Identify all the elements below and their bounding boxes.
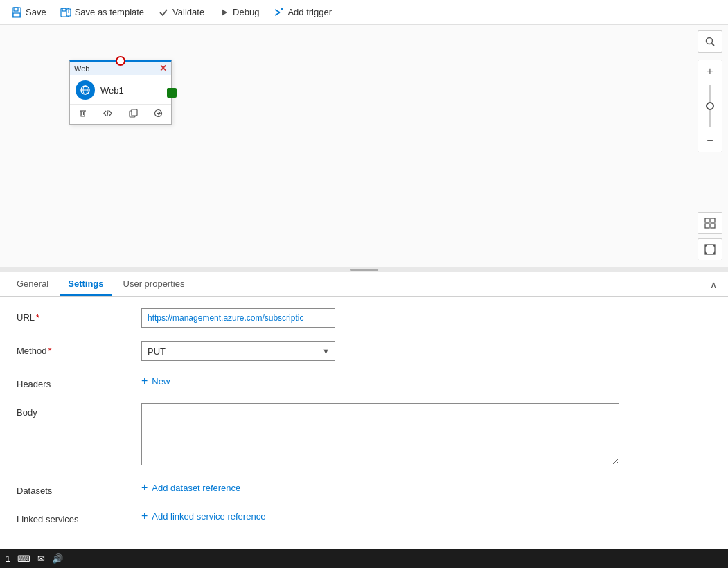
svg-line-11 [275, 12, 280, 15]
body-row: Body [17, 403, 711, 468]
svg-rect-21 [132, 109, 137, 116]
linked-services-plus-icon: + [141, 510, 148, 522]
headers-row: Headers + New [17, 375, 711, 389]
svg-rect-31 [711, 224, 715, 228]
body-label: Body [17, 403, 141, 418]
svg-rect-5 [63, 17, 70, 17]
plus-icon: + [141, 375, 148, 387]
node-connector-right[interactable] [167, 88, 177, 98]
zoom-slider-track[interactable] [709, 85, 711, 127]
zoom-out-button[interactable]: − [698, 130, 722, 152]
fit-button[interactable] [698, 238, 722, 260]
linked-services-field: + Add linked service reference [141, 510, 711, 522]
datasets-label: Datasets [17, 481, 141, 496]
taskbar-item-keyboard[interactable]: ⌨ [17, 553, 30, 564]
svg-rect-32 [705, 245, 715, 254]
node-expand-button[interactable] [151, 107, 166, 121]
datasets-field: + Add dataset reference [141, 481, 711, 494]
svg-rect-4 [62, 8, 66, 11]
node-code-button[interactable] [100, 107, 115, 121]
add-trigger-icon [273, 7, 284, 18]
debug-icon [218, 7, 229, 18]
node-connector-top[interactable] [116, 56, 125, 66]
svg-rect-30 [705, 224, 709, 228]
tab-user-properties[interactable]: User properties [115, 273, 193, 296]
resize-handle-bar [350, 269, 378, 271]
url-field [141, 308, 711, 328]
datasets-row: Datasets + Add dataset reference [17, 481, 711, 496]
node-web1[interactable]: Web ✕ Web1 [69, 60, 172, 125]
svg-line-19 [107, 110, 108, 116]
body-field [141, 403, 711, 468]
toolbar: Save Save as template Validate Debug [0, 0, 728, 25]
method-select-wrap: GET POST PUT DELETE PATCH HEAD OPTIONS ▼ [141, 341, 335, 361]
debug-button[interactable]: Debug [213, 4, 265, 21]
linked-services-label: Linked services [17, 510, 141, 524]
method-row: Method* GET POST PUT DELETE PATCH HEAD O… [17, 341, 711, 361]
node-header-title: Web [74, 64, 89, 73]
taskbar-item-mail[interactable]: ✉ [37, 553, 45, 564]
node-actions [70, 104, 171, 124]
node-copy-button[interactable] [126, 107, 141, 121]
zoom-search-button[interactable] [698, 30, 722, 53]
zoom-slider-thumb[interactable] [706, 102, 714, 110]
tabs-bar: General Settings User properties ∧ [0, 272, 728, 297]
validate-icon [158, 7, 169, 18]
node-close-button[interactable]: ✕ [159, 63, 167, 73]
node-body: Web1 [70, 75, 171, 104]
headers-field: + New [141, 375, 711, 387]
arrange-button[interactable] [698, 212, 722, 234]
node-delete-button[interactable] [76, 107, 90, 121]
zoom-minus-icon: − [707, 134, 713, 147]
svg-line-27 [712, 44, 715, 46]
method-field: GET POST PUT DELETE PATCH HEAD OPTIONS ▼ [141, 341, 711, 361]
save-icon [11, 7, 22, 18]
tab-settings[interactable]: Settings [60, 273, 112, 296]
headers-new-button[interactable]: + New [141, 375, 170, 387]
svg-marker-9 [222, 9, 227, 16]
method-label: Method* [17, 341, 141, 356]
zoom-controls: + − [698, 60, 722, 152]
save-button[interactable]: Save [6, 4, 52, 21]
url-label: URL* [17, 308, 141, 323]
url-input[interactable] [141, 308, 335, 328]
node-label: Web1 [100, 85, 124, 96]
save-as-template-button[interactable]: Save as template [55, 4, 150, 21]
headers-label: Headers [17, 375, 141, 389]
validate-button[interactable]: Validate [152, 4, 210, 21]
form-area: URL* Method* GET POST PUT DELETE PATCH [0, 297, 728, 549]
svg-line-10 [275, 10, 280, 12]
taskbar: 1 ⌨ ✉ 🔊 [0, 549, 728, 568]
url-row: URL* [17, 308, 711, 328]
node-icon [76, 80, 95, 100]
zoom-plus-icon: + [707, 65, 713, 78]
linked-services-row: Linked services + Add linked service ref… [17, 510, 711, 524]
search-icon [704, 36, 716, 47]
svg-point-26 [707, 38, 713, 44]
svg-rect-1 [14, 8, 18, 11]
fit-icon [704, 243, 716, 256]
arrange-icon [704, 217, 716, 229]
linked-services-add-button[interactable]: + Add linked service reference [141, 510, 265, 522]
svg-rect-28 [705, 218, 709, 222]
taskbar-item-1[interactable]: 1 [6, 553, 10, 564]
body-textarea[interactable] [141, 403, 619, 465]
svg-rect-2 [13, 13, 20, 17]
datasets-plus-icon: + [141, 481, 148, 494]
taskbar-item-sound[interactable]: 🔊 [52, 553, 63, 564]
bottom-panel: General Settings User properties ∧ URL* … [0, 272, 728, 549]
collapse-button[interactable]: ∧ [707, 276, 720, 293]
save-template-icon [60, 7, 71, 18]
zoom-in-button[interactable]: + [698, 60, 722, 82]
method-select[interactable]: GET POST PUT DELETE PATCH HEAD OPTIONS [141, 341, 335, 361]
tab-general[interactable]: General [8, 273, 57, 296]
datasets-add-button[interactable]: + Add dataset reference [141, 481, 240, 494]
svg-rect-29 [711, 218, 715, 222]
add-trigger-button[interactable]: Add trigger [267, 4, 337, 21]
canvas-area: Web ✕ Web1 [0, 25, 728, 267]
